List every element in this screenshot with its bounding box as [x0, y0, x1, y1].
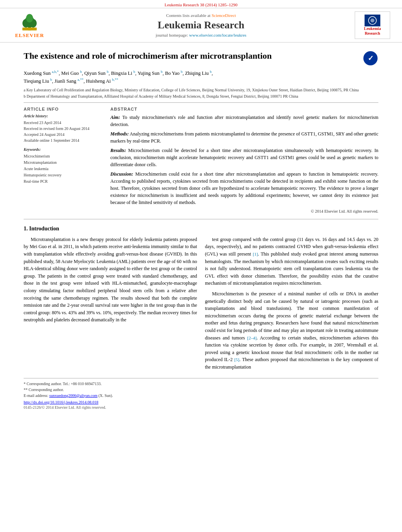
affil2: b Department of Hematology and Transplan…: [24, 94, 378, 99]
sciencedirect-link[interactable]: ScienceDirect: [212, 13, 236, 18]
ref-2-4[interactable]: [2–4]: [247, 336, 257, 340]
journal-issue-text: Leukemia Research 38 (2014) 1285–1290: [164, 2, 237, 7]
ref-5[interactable]: [5]: [234, 357, 239, 362]
journal-header: ELSEVIER Contents lists available at Sci…: [0, 8, 402, 43]
affiliations: a Key Laboratory of Cell Proliferation a…: [24, 87, 378, 99]
issn-line: 0145-2126/© 2014 Elsevier Ltd. All right…: [24, 405, 378, 410]
received-revised-date: Received in revised form 20 August 2014: [24, 126, 102, 132]
divider-2: [24, 219, 378, 219]
intro-body-cols: Microtransplantation is a new therapy pr…: [24, 236, 378, 374]
journal-homepage: journal homepage: www.elsevier.com/locat…: [47, 33, 355, 37]
leukemia-logo-icon: [365, 15, 380, 26]
accepted-date: Accepted 24 August 2014: [24, 132, 102, 137]
intro-col2: test group compared with the control gro…: [205, 236, 378, 374]
footnote-corresponding1: * Corresponding author. Tel.: +86 010 66…: [24, 381, 378, 387]
keyword-1: Microchimerism: [24, 153, 102, 159]
crossmark-icon[interactable]: ✓: [363, 50, 378, 66]
elsevier-tree-icon: [18, 12, 41, 32]
keywords-label: Keywords:: [24, 147, 102, 152]
introduction-section: 1. Introduction Microtransplantation is …: [24, 226, 378, 374]
homepage-url[interactable]: www.elsevier.com/locate/leukres: [189, 33, 246, 37]
article-title-text: The existence and role of microchimerism…: [24, 50, 272, 62]
footnotes: * Corresponding author. Tel.: +86 010 66…: [24, 378, 378, 399]
affil1: a Key Laboratory of Cell Proliferation a…: [24, 87, 378, 93]
doi-link[interactable]: http://dx.doi.org/10.1016/j.leukres.2014…: [24, 400, 99, 404]
results-label: Results:: [110, 148, 126, 153]
leukemia-logo-title: Leukemia Research: [364, 26, 381, 36]
abstract-label: ABSTRACT: [110, 107, 378, 111]
intro-col2-para2: Microchimerism is the presence of a mini…: [205, 290, 378, 371]
received-date: Received 23 April 2014: [24, 120, 102, 126]
footnote-email-link[interactable]: sunxuedong2006@aliyun.com: [49, 393, 97, 398]
intro-col1: Microtransplantation is a new therapy pr…: [24, 236, 197, 374]
keyword-4: Hematopoietic recovery: [24, 172, 102, 178]
elsevier-logo: ELSEVIER: [12, 12, 47, 39]
intro-col1-para1: Microtransplantation is a new therapy pr…: [24, 236, 197, 324]
methods-text: Analyzing microchimerisms from patients …: [110, 131, 378, 144]
abstract-discussion: Discussion: Microchimerism could exist f…: [110, 171, 378, 206]
svg-point-8: [370, 19, 374, 22]
authors-text: Xuedong Sun a,b,*, Mei Guo b, Qiyun Sun …: [24, 70, 213, 84]
journal-title: Leukemia Research: [47, 19, 355, 31]
aim-label: Aim:: [110, 115, 120, 120]
results-text: Microchimerism could be detected for a s…: [110, 148, 378, 167]
intro-heading: 1. Introduction: [24, 226, 378, 232]
aim-text: To study microchimerism's role and funct…: [110, 115, 378, 127]
abstract-col: ABSTRACT Aim: To study microchimerism's …: [110, 107, 378, 213]
discussion-text: Microchimerism could exist for a short t…: [110, 171, 378, 205]
copyright-line: © 2014 Elsevier Ltd. All rights reserved…: [110, 209, 378, 213]
journal-header-center: Contents lists available at ScienceDirec…: [47, 13, 355, 37]
article-info-label: ARTICLE INFO: [24, 107, 102, 111]
keyword-3: Acute leukemia: [24, 166, 102, 172]
available-date: Available online 1 September 2014: [24, 137, 102, 143]
sciencedirect-line: Contents lists available at ScienceDirec…: [47, 13, 355, 18]
footnote-corresponding2: ** Corresponding author.: [24, 387, 378, 393]
ref-1[interactable]: [1]: [253, 252, 258, 256]
svg-rect-5: [22, 28, 37, 30]
article-info-abstract-row: ARTICLE INFO Article history: Received 2…: [24, 107, 378, 213]
svg-text:✓: ✓: [368, 54, 374, 62]
keyword-2: Microtransplantation: [24, 159, 102, 166]
divider-1: [24, 102, 378, 103]
footnote-email: E-mail address: sunxuedong2006@aliyun.co…: [24, 393, 378, 399]
discussion-label: Discussion:: [110, 171, 133, 177]
svg-point-4: [26, 14, 33, 22]
main-content: The existence and role of microchimerism…: [0, 43, 402, 417]
article-info-col: ARTICLE INFO Article history: Received 2…: [24, 107, 102, 213]
doi-line[interactable]: http://dx.doi.org/10.1016/j.leukres.2014…: [24, 400, 378, 404]
keyword-5: Real-time PCR: [24, 178, 102, 185]
article-title-row: The existence and role of microchimerism…: [24, 50, 378, 66]
leukemia-logo-box: Leukemia Research: [355, 11, 390, 39]
intro-col2-para1: test group compared with the control gro…: [205, 236, 378, 287]
authors-line: Xuedong Sun a,b,*, Mei Guo b, Qiyun Sun …: [24, 69, 378, 85]
journal-issue-bar: Leukemia Research 38 (2014) 1285–1290: [0, 0, 402, 8]
history-label: Article history:: [24, 114, 102, 118]
abstract-methods: Methods: Analyzing microchimerisms from …: [110, 130, 378, 145]
abstract-aim: Aim: To study microchimerism's role and …: [110, 114, 378, 128]
abstract-results: Results: Microchimerism could be detecte…: [110, 147, 378, 168]
methods-label: Methods:: [110, 131, 129, 137]
elsevier-label: ELSEVIER: [15, 32, 44, 39]
